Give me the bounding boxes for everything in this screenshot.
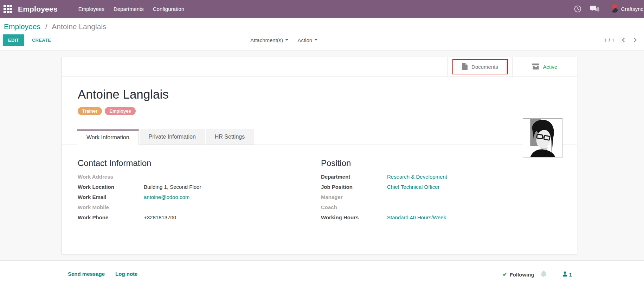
- breadcrumb-separator: /: [45, 22, 47, 31]
- documents-button-label: Documents: [471, 64, 498, 70]
- tab-hr-settings[interactable]: HR Settings: [206, 129, 254, 145]
- field-label: Work Address: [78, 174, 144, 180]
- field-label: Work Mobile: [78, 204, 144, 210]
- position-heading: Position: [321, 158, 577, 168]
- field-label: Work Phone: [78, 214, 144, 220]
- user-name: Craftsync: [621, 6, 643, 12]
- action-dropdown-label: Action: [297, 37, 312, 43]
- field-label: Department: [321, 174, 387, 180]
- pager-previous-button[interactable]: [621, 36, 626, 44]
- file-icon: [462, 63, 468, 71]
- field-job-position: Job Position Chief Technical Officer: [321, 184, 577, 190]
- field-manager: Manager: [321, 194, 577, 200]
- field-work-address: Work Address: [78, 174, 321, 180]
- topnav-item-departments[interactable]: Departments: [109, 0, 148, 18]
- person-icon: [562, 271, 567, 278]
- attachments-dropdown[interactable]: Attachment(s): [250, 37, 288, 43]
- following-label: Following: [510, 272, 534, 278]
- field-value: +3281813700: [144, 214, 176, 220]
- control-panel-actions: EDIT CREATE Attachment(s) Action 1 / 1: [0, 33, 644, 47]
- send-message-button[interactable]: Send message: [68, 271, 105, 277]
- active-button-label: Active: [543, 64, 558, 70]
- tag-employee[interactable]: Employee: [105, 107, 135, 115]
- employee-photo: [523, 118, 562, 158]
- app-title: Employees: [18, 5, 58, 13]
- follow-section: ✔ Following 1: [503, 271, 572, 278]
- topnav-item-employees[interactable]: Employees: [74, 0, 109, 18]
- job-position-link[interactable]: Chief Technical Officer: [387, 184, 440, 190]
- control-panel: Employees / Antoine Langlais EDIT CREATE…: [0, 18, 644, 51]
- user-menu[interactable]: Craftsync: [611, 4, 643, 14]
- subscribe-bell-button[interactable]: [541, 271, 547, 278]
- following-button[interactable]: ✔ Following: [503, 271, 534, 278]
- breadcrumb: Employees / Antoine Langlais: [0, 18, 644, 31]
- field-work-email: Work Email antoine@odoo.com: [78, 194, 321, 200]
- check-icon: ✔: [503, 271, 507, 278]
- record-dropdowns: Attachment(s) Action: [250, 33, 317, 47]
- apps-grid-icon[interactable]: [4, 5, 12, 13]
- field-working-hours: Working Hours Standard 40 Hours/Week: [321, 214, 577, 220]
- active-button-cell: Active: [512, 57, 577, 77]
- field-coach: Coach: [321, 204, 577, 210]
- documents-highlight-frame: Documents: [452, 59, 508, 74]
- messages-icon[interactable]: [590, 5, 600, 13]
- field-value: Building 1, Second Floor: [144, 184, 201, 190]
- activities-clock-icon[interactable]: [574, 5, 581, 13]
- notebook-tabs: Work Information Private Information HR …: [62, 129, 577, 145]
- field-work-phone: Work Phone +3281813700: [78, 214, 321, 220]
- pager-count: 1 / 1: [604, 37, 614, 43]
- field-label: Working Hours: [321, 214, 387, 220]
- follower-count: 1: [569, 272, 572, 278]
- pager-next-button[interactable]: [632, 36, 638, 44]
- field-label: Job Position: [321, 184, 387, 190]
- caret-down-icon: [315, 39, 317, 42]
- top-navbar: Employees Employees Departments Configur…: [0, 0, 644, 18]
- main-content: Documents Active Anto: [0, 51, 644, 260]
- field-department: Department Research & Development: [321, 174, 577, 180]
- contact-information-heading: Contact Information: [78, 158, 321, 168]
- documents-button[interactable]: Documents: [462, 63, 498, 71]
- tab-private-information[interactable]: Private Information: [140, 129, 205, 145]
- employee-form-card: Documents Active Anto: [62, 57, 577, 254]
- card-header-button-box: Documents Active: [62, 57, 577, 77]
- breadcrumb-employees-link[interactable]: Employees: [4, 22, 40, 31]
- log-note-button[interactable]: Log note: [115, 271, 137, 277]
- field-label: Work Email: [78, 194, 144, 200]
- position-section: Position Department Research & Developme…: [321, 158, 577, 225]
- bell-icon: [541, 271, 547, 278]
- create-button[interactable]: CREATE: [32, 38, 51, 43]
- working-hours-link[interactable]: Standard 40 Hours/Week: [387, 214, 446, 220]
- attachments-dropdown-label: Attachment(s): [250, 37, 283, 43]
- breadcrumb-current: Antoine Langlais: [52, 22, 106, 31]
- work-information-panel: Contact Information Work Address Work Lo…: [62, 145, 577, 225]
- field-label: Work Location: [78, 184, 144, 190]
- topnav-item-configuration[interactable]: Configuration: [148, 0, 189, 18]
- work-email-link[interactable]: antoine@odoo.com: [144, 194, 189, 200]
- top-menu: Employees Departments Configuration: [74, 0, 189, 18]
- active-toggle-button[interactable]: Active: [532, 64, 558, 71]
- documents-button-cell: Documents: [447, 57, 512, 77]
- edit-button[interactable]: EDIT: [3, 34, 24, 46]
- employee-tags: Trainer Employee: [78, 107, 577, 115]
- field-work-mobile: Work Mobile: [78, 204, 321, 210]
- field-work-location: Work Location Building 1, Second Floor: [78, 184, 321, 190]
- department-link[interactable]: Research & Development: [387, 174, 447, 180]
- employee-sheet: Antoine Langlais Trainer Employee: [62, 87, 577, 225]
- archive-box-icon: [532, 64, 539, 71]
- action-dropdown[interactable]: Action: [297, 37, 317, 43]
- topbar-right-section: Craftsync: [574, 4, 644, 14]
- caret-down-icon: [285, 39, 288, 42]
- field-label: Coach: [321, 204, 387, 210]
- tag-trainer[interactable]: Trainer: [78, 107, 102, 115]
- contact-information-section: Contact Information Work Address Work Lo…: [78, 158, 321, 225]
- tab-work-information[interactable]: Work Information: [77, 129, 139, 145]
- field-label: Manager: [321, 194, 387, 200]
- portrait-image: [530, 119, 555, 157]
- chatter-bar: Send message Log note ✔ Following 1: [0, 260, 644, 286]
- company-logo-icon: [611, 4, 619, 14]
- followers-button[interactable]: 1: [562, 271, 572, 278]
- record-pager: 1 / 1: [604, 33, 638, 47]
- employee-name: Antoine Langlais: [78, 87, 577, 101]
